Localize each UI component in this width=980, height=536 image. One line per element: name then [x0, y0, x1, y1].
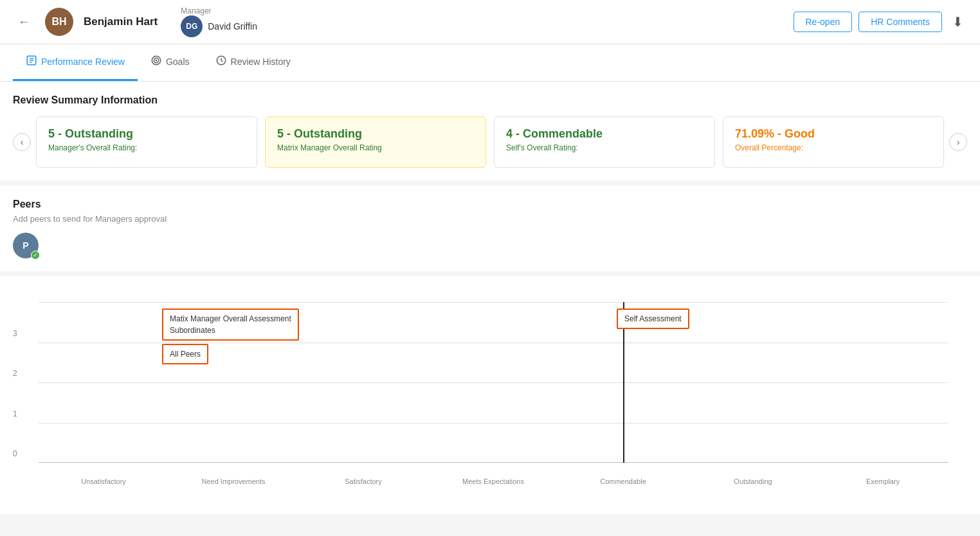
tab-goals[interactable]: Goals [138, 44, 203, 81]
reopen-button[interactable]: Re-open [794, 12, 853, 32]
user-avatar: BH [45, 8, 73, 36]
x-label-outstanding: Outstanding [688, 478, 818, 485]
chart-area: 3 2 1 0 [13, 296, 961, 501]
tab-performance-review[interactable]: Performance Review [13, 44, 138, 81]
tab-performance-review-label: Performance Review [41, 57, 125, 67]
rating-cards-row: ‹ 5 - Outstanding Manager's Overall Rati… [13, 116, 967, 168]
cards-prev-button[interactable]: ‹ [13, 133, 31, 151]
x-label-exemplary: Exemplary [818, 478, 948, 485]
user-name: Benjamin Hart [84, 15, 158, 28]
svg-point-6 [156, 60, 157, 61]
rating-card-self: 4 - Commendable Self's Overall Rating: [494, 116, 715, 168]
hr-comments-button[interactable]: HR Comments [858, 12, 942, 32]
rating-card-percentage: 71.09% - Good Overall Percentage: [723, 116, 944, 168]
manager-label: Manager [181, 6, 257, 15]
tooltip-matrix-line1: Matix Manager Overall Assessment [170, 313, 291, 325]
performance-review-icon [26, 55, 37, 69]
peers-subtitle: Add peers to send for Managers approval [13, 214, 967, 224]
cards-next-button[interactable]: › [949, 133, 967, 151]
tooltip-peers: All Peers [162, 344, 208, 364]
peer-check-icon: ✓ [31, 251, 40, 260]
tooltip-self: Self Assessment [617, 308, 689, 329]
peers-title: Peers [13, 199, 967, 210]
matrix-rating-label: Matrix Manager Overall Rating [277, 143, 474, 152]
gridline-3 [39, 423, 948, 424]
tooltip-matrix-line2: Subordinates [170, 325, 291, 336]
y-label-2: 2 [13, 369, 17, 378]
review-summary-section: Review Summary Information ‹ 5 - Outstan… [0, 82, 980, 181]
gridline-top [39, 302, 948, 303]
user-avatar-wrap: BH [45, 8, 73, 36]
review-summary-title: Review Summary Information [13, 94, 967, 106]
tooltip-self-line1: Self Assessment [624, 313, 682, 325]
peers-section: Peers Add peers to send for Managers app… [0, 186, 980, 271]
x-label-meets-expectations: Meets Expectations [428, 478, 558, 485]
gridline-1 [39, 343, 948, 343]
tab-review-history-label: Review History [231, 57, 291, 67]
rating-card-manager: 5 - Outstanding Manager's Overall Rating… [36, 116, 257, 168]
tooltip-peers-line1: All Peers [170, 348, 201, 360]
back-button[interactable]: ← [13, 13, 35, 31]
self-rating-label: Self's Overall Rating: [506, 143, 703, 152]
tooltip-matrix: Matix Manager Overall Assessment Subordi… [162, 308, 299, 341]
tab-goals-label: Goals [166, 57, 190, 67]
tab-review-history[interactable]: Review History [203, 44, 304, 81]
y-label-3: 3 [13, 329, 17, 338]
manager-avatar: DG [181, 15, 203, 37]
matrix-rating-value: 5 - Outstanding [277, 127, 474, 141]
rating-card-matrix: 5 - Outstanding Matrix Manager Overall R… [265, 116, 486, 168]
x-label-unsatisfactory: Unsatisfactory [39, 478, 168, 485]
manager-section: Manager DG David Griffin [181, 6, 257, 37]
tabs-bar: Performance Review Goals Review History [0, 44, 980, 82]
manager-rating-label: Manager's Overall Rating: [48, 143, 245, 152]
manager-name: David Griffin [208, 21, 257, 31]
goals-icon [150, 55, 162, 69]
y-label-1: 1 [13, 409, 17, 418]
percentage-rating-label: Overall Percentage: [735, 143, 932, 152]
x-label-satisfactory: Satisfactory [298, 478, 428, 485]
x-label-commendable: Commendable [558, 478, 688, 485]
chart-inner: Matix Manager Overall Assessment Subordi… [39, 302, 948, 463]
percentage-rating-value: 71.09% - Good [735, 127, 932, 141]
x-labels: Unsatisfactory Need Improvements Satisfa… [39, 478, 948, 485]
header: ← BH Benjamin Hart Manager DG David Grif… [0, 0, 980, 44]
download-button[interactable]: ⬇ [948, 10, 967, 33]
y-label-0: 0 [13, 449, 17, 458]
header-actions: Re-open HR Comments ⬇ [794, 10, 968, 33]
manager-rating-value: 5 - Outstanding [48, 127, 245, 141]
review-history-icon [215, 55, 227, 69]
self-rating-value: 4 - Commendable [506, 127, 703, 141]
peer-avatar-wrap: P ✓ [13, 233, 39, 258]
chart-section: 3 2 1 0 [0, 276, 980, 514]
gridline-2 [39, 382, 948, 383]
gridline-bottom [39, 462, 948, 463]
rating-cards: 5 - Outstanding Manager's Overall Rating… [36, 116, 944, 168]
x-label-need-improvements: Need Improvements [168, 478, 298, 485]
